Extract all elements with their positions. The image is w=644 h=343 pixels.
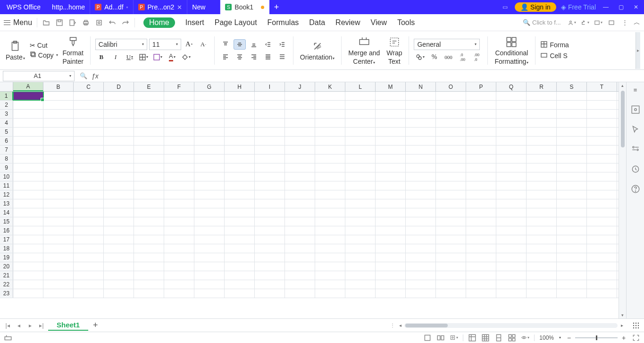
row-header[interactable]: 3 [0, 110, 13, 118]
sheet-nav-prev[interactable]: ◂ [14, 321, 24, 330]
column-header[interactable]: S [557, 82, 587, 91]
grid-cell[interactable] [527, 235, 557, 244]
grid-cell[interactable] [225, 199, 255, 208]
grid-cell[interactable] [225, 119, 255, 127]
grid-cell[interactable] [496, 253, 527, 262]
grid-cell[interactable] [74, 244, 104, 253]
grid-cell[interactable] [466, 119, 496, 127]
grid-cell[interactable] [315, 110, 345, 118]
grid-cell[interactable] [376, 119, 406, 127]
grid-cell[interactable] [406, 119, 436, 127]
grid-cell[interactable] [376, 146, 406, 154]
grid-cell[interactable] [406, 244, 436, 253]
grid-cell[interactable] [13, 110, 43, 118]
grid-cell[interactable] [164, 137, 194, 145]
grid-cell[interactable] [104, 199, 134, 208]
grid-cell[interactable] [285, 163, 315, 172]
grid-cell[interactable] [164, 172, 194, 181]
print-preview-icon[interactable] [95, 18, 103, 27]
grid-cell[interactable] [587, 172, 617, 181]
grid-cell[interactable] [104, 280, 134, 289]
grid-cell[interactable] [194, 190, 225, 199]
grid-cell[interactable] [255, 217, 285, 226]
grid-cell[interactable] [315, 92, 345, 100]
grid-cell[interactable] [496, 199, 527, 208]
grid-cell[interactable] [13, 253, 43, 262]
column-header[interactable]: T [587, 82, 617, 91]
grid-cell[interactable] [194, 199, 225, 208]
grid-cell[interactable] [194, 271, 225, 280]
grid-cell[interactable] [587, 289, 617, 298]
grid-cell[interactable] [194, 289, 225, 298]
help-icon[interactable] [631, 184, 640, 194]
grid-cell[interactable] [527, 199, 557, 208]
scroll-up-arrow[interactable]: ▴ [619, 82, 626, 89]
grid-cell[interactable] [43, 199, 74, 208]
grid-cell[interactable] [466, 110, 496, 118]
grid-cell[interactable] [376, 181, 406, 190]
grid-cell[interactable] [74, 172, 104, 181]
grid-cell[interactable] [436, 226, 466, 235]
grid-cell[interactable] [496, 280, 527, 289]
grid-cell[interactable] [134, 217, 164, 226]
grid-cell[interactable] [74, 110, 104, 118]
grid-cell[interactable] [315, 172, 345, 181]
grid-cell[interactable] [194, 110, 225, 118]
fx-icon[interactable]: ƒx [92, 72, 99, 80]
grid-cell[interactable] [285, 226, 315, 235]
grid-cell[interactable] [74, 280, 104, 289]
grid-cell[interactable] [194, 280, 225, 289]
grid-cell[interactable] [255, 289, 285, 298]
sheet-nav-first[interactable]: |◂ [3, 321, 12, 330]
grid-cell[interactable] [164, 146, 194, 154]
column-header[interactable]: H [225, 82, 255, 91]
grid-cell[interactable] [436, 217, 466, 226]
grid-cell[interactable] [43, 262, 74, 271]
grid-cell[interactable] [134, 181, 164, 190]
grid-cell[interactable] [134, 146, 164, 154]
grid-cell[interactable] [315, 137, 345, 145]
view-break-icon[interactable] [494, 334, 503, 342]
grid-cell[interactable] [255, 128, 285, 136]
orientation-button[interactable]: ab Orientation▾ [300, 40, 335, 61]
mode1-icon[interactable] [423, 334, 432, 342]
grid-cell[interactable] [164, 154, 194, 163]
grid-cell[interactable] [13, 172, 43, 181]
increase-decimal-button[interactable]: .0.00 [456, 52, 468, 62]
grid-cell[interactable] [587, 208, 617, 217]
grid-cell[interactable] [225, 253, 255, 262]
fit-screen-icon[interactable] [632, 334, 640, 342]
grid-cell[interactable] [406, 280, 436, 289]
formula-input[interactable] [102, 71, 639, 81]
grid-cell[interactable] [527, 101, 557, 109]
grid-cell[interactable] [13, 119, 43, 127]
grid-cell[interactable] [285, 253, 315, 262]
cell-styles-button[interactable]: Cell S [540, 51, 569, 60]
minimize-button[interactable]: — [601, 4, 611, 10]
grid-cell[interactable] [376, 172, 406, 181]
grid-cell[interactable] [496, 101, 527, 109]
user-settings-icon[interactable]: ▾ [568, 18, 576, 27]
grid-cell[interactable] [496, 110, 527, 118]
undo-icon[interactable] [108, 18, 117, 27]
grid-cell[interactable] [466, 253, 496, 262]
grid-cell[interactable] [315, 101, 345, 109]
italic-button[interactable]: I [109, 52, 122, 62]
increase-indent-button[interactable] [276, 39, 288, 50]
grid-cell[interactable] [496, 92, 527, 100]
select-tool-icon[interactable] [631, 125, 640, 134]
grid-cell[interactable] [74, 190, 104, 199]
grid-cell[interactable] [436, 119, 466, 127]
grid-cell[interactable] [225, 235, 255, 244]
underline-button[interactable]: U▾ [124, 52, 136, 62]
row-header[interactable]: 8 [0, 154, 13, 163]
grid-cell[interactable] [466, 280, 496, 289]
grid-cell[interactable] [496, 181, 527, 190]
grid-cell[interactable] [466, 226, 496, 235]
grid-cell[interactable] [43, 289, 74, 298]
column-header[interactable]: O [436, 82, 466, 91]
grid-cell[interactable] [134, 172, 164, 181]
grid-cell[interactable] [43, 208, 74, 217]
increase-font-icon[interactable]: A+ [183, 39, 195, 50]
grid-cell[interactable] [466, 154, 496, 163]
